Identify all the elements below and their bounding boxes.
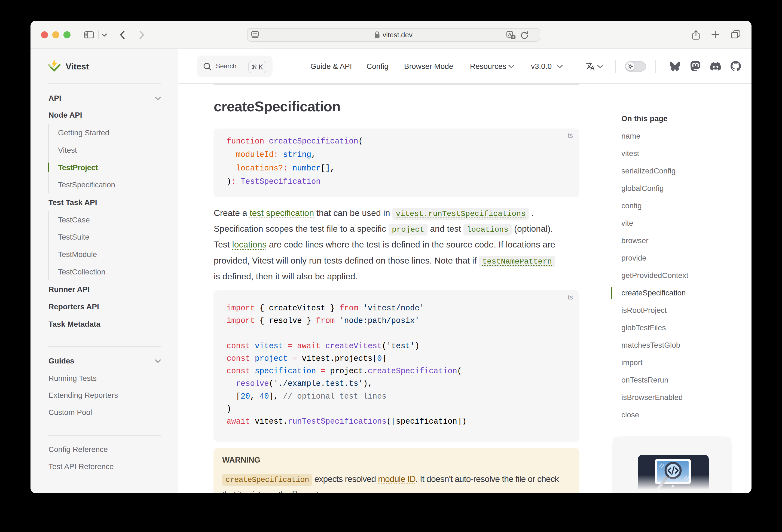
svg-text:A: A — [508, 32, 511, 37]
